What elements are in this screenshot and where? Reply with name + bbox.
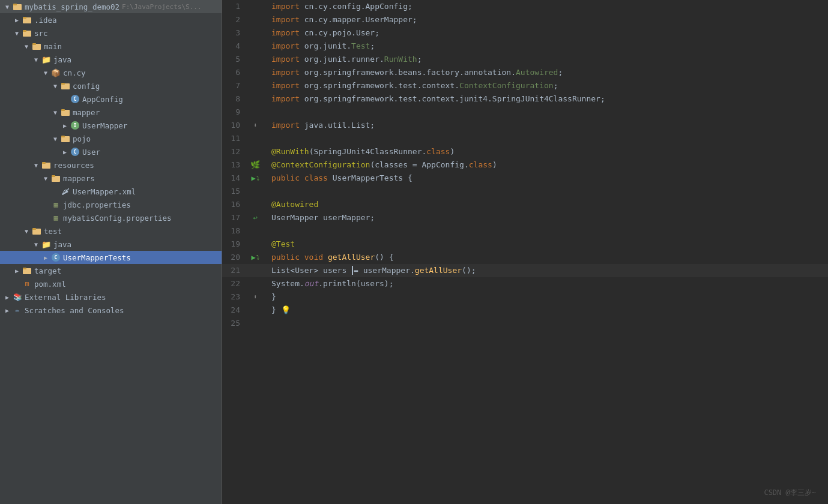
ln-3: 3: [222, 26, 246, 40]
run-gutter-17[interactable]: ↩: [253, 214, 257, 222]
code-area: 1 import cn.cy.config.AppConfig; 2 impor…: [222, 0, 828, 504]
usermappertests-label: UserMapperTests: [63, 253, 131, 262]
java-src-icon: 📁: [41, 55, 52, 64]
arrow-extlibs: ▶: [2, 294, 12, 301]
sidebar-item-mapper[interactable]: ▼ mapper: [0, 106, 222, 119]
ln-14: 14: [222, 172, 246, 185]
sidebar-item-scratches[interactable]: ▶ ✏ Scratches and Consoles: [0, 304, 222, 317]
code-line-4: 4 import org.junit.Test;: [222, 40, 828, 53]
folder-config-icon: [60, 82, 71, 89]
ln-2: 2: [222, 13, 246, 26]
run-gutter-14[interactable]: ▶: [251, 172, 255, 185]
pom-label: pom.xml: [34, 280, 66, 289]
sidebar-item-usermapper[interactable]: ▶ I UserMapper: [0, 119, 222, 132]
pojo-label: pojo: [73, 134, 91, 143]
code-line-25: 25: [222, 317, 828, 330]
code-text-5: import org.junit.runner.RunWith;: [264, 53, 828, 66]
sidebar-item-extlibs[interactable]: ▶ 📚 External Libraries: [0, 290, 222, 304]
mapper-label: mapper: [73, 108, 100, 117]
ln-20: 20: [222, 251, 246, 264]
code-line-21: 21 List<User> users = userMapper.getAllU…: [222, 264, 828, 277]
arrow-user: ▶: [60, 149, 70, 155]
code-line-2: 2 import cn.cy.mapper.UserMapper;: [222, 13, 828, 26]
sidebar-item-src[interactable]: ▼ src: [0, 26, 222, 40]
code-line-6: 6 import org.springframework.beans.facto…: [222, 66, 828, 79]
sidebar-item-pojo[interactable]: ▼ pojo: [0, 132, 222, 145]
props-icon-jdbc: ▦: [50, 200, 61, 209]
code-text-21: List<User> users = userMapper.getAllUser…: [264, 264, 828, 277]
folder-icon-test: [31, 227, 42, 235]
arrow-config: ▼: [50, 83, 60, 89]
arrow-scratches: ▶: [2, 307, 12, 314]
code-text-12: @RunWith(SpringJUnit4ClassRunner.class): [264, 145, 828, 158]
gutter-17[interactable]: ↩: [246, 211, 264, 224]
code-line-15: 15: [222, 185, 828, 198]
ln-10: 10: [222, 119, 246, 132]
folder-mapper-icon: [60, 109, 71, 116]
tree-root[interactable]: ▼ mybatis_spring_demo02 F:\JavaProjects\…: [0, 0, 222, 13]
code-line-9: 9: [222, 106, 828, 119]
class-icon-user: C: [70, 148, 80, 156]
code-text-22: System.out.println(users);: [264, 277, 828, 290]
code-editor: 1 import cn.cy.config.AppConfig; 2 impor…: [222, 0, 828, 504]
mybatis-props-label: mybatisConfig.properties: [63, 214, 172, 223]
class-test-icon: C: [50, 253, 61, 262]
folder-icon-src: [22, 29, 32, 37]
ln-15: 15: [222, 185, 246, 198]
arrow-resources: ▼: [31, 162, 41, 169]
sidebar-item-usermapper-xml[interactable]: 🌶 UserMapper.xml: [0, 185, 222, 198]
ln-17: 17: [222, 211, 246, 224]
usermapper-xml-label: UserMapper.xml: [73, 187, 136, 196]
sidebar-item-main[interactable]: ▼ main: [0, 40, 222, 53]
target-label: target: [34, 266, 61, 275]
tree-arrow-root: ▼: [2, 4, 12, 10]
props-icon-mybatis: ▦: [50, 214, 61, 222]
code-line-13: 13 🌿 @ContextConfiguration(classes = App…: [222, 158, 828, 172]
sidebar-item-jdbc-props[interactable]: ▦ jdbc.properties: [0, 198, 222, 211]
folder-mappers-icon: [50, 175, 61, 182]
usermapper-label: UserMapper: [82, 121, 127, 130]
sidebar-item-pom[interactable]: m pom.xml: [0, 277, 222, 290]
sidebar-item-test[interactable]: ▼ test: [0, 224, 222, 238]
sidebar-item-user[interactable]: ▶ C User: [0, 145, 222, 158]
arrow-cncy: ▼: [41, 70, 50, 76]
sidebar-item-java-main[interactable]: ▼ 📁 java: [0, 53, 222, 66]
sidebar-item-appconfig[interactable]: C AppConfig: [0, 92, 222, 106]
code-line-8: 8 import org.springframework.test.contex…: [222, 92, 828, 106]
arrow-target: ▶: [12, 268, 22, 274]
run-gutter-20[interactable]: ▶: [251, 251, 255, 264]
file-tree[interactable]: ▼ mybatis_spring_demo02 F:\JavaProjects\…: [0, 0, 222, 504]
ln-11: 11: [222, 132, 246, 145]
arrow-main: ▼: [22, 43, 31, 50]
sidebar-item-usermappertests[interactable]: ▶ C UserMapperTests: [0, 251, 222, 264]
code-text-14: public class UserMapperTests {: [264, 172, 828, 185]
svg-rect-7: [32, 43, 36, 45]
spring-gutter-14: ⤵: [256, 172, 259, 185]
sidebar-item-mappers[interactable]: ▼ mappers: [0, 172, 222, 185]
sidebar-item-idea[interactable]: ▶ .idea: [0, 13, 222, 26]
code-line-7: 7 import org.springframework.test.contex…: [222, 79, 828, 92]
pom-icon: m: [22, 280, 32, 288]
sidebar-item-cncy[interactable]: ▼ 📦 cn.cy: [0, 66, 222, 79]
sidebar-item-target[interactable]: ▶ target: [0, 264, 222, 277]
ln-18: 18: [222, 224, 246, 238]
extlibs-icon: 📚: [12, 293, 23, 301]
resources-label: resources: [53, 161, 94, 170]
ln-25: 25: [222, 317, 246, 330]
sidebar-item-resources[interactable]: ▼ resources: [0, 158, 222, 172]
arrow-mapper: ▼: [50, 109, 60, 116]
gutter-20[interactable]: ▶ ⤵: [246, 251, 264, 264]
svg-rect-15: [42, 162, 46, 164]
arrow-test: ▼: [22, 228, 31, 235]
code-line-3: 3 import cn.cy.pojo.User;: [222, 26, 828, 40]
package-icon: 📦: [50, 68, 61, 77]
cncy-label: cn.cy: [63, 68, 86, 77]
arrow-idea: ▶: [12, 17, 22, 23]
sidebar-item-java-test[interactable]: ▼ 📁 java: [0, 238, 222, 251]
code-line-23: 23 ⬆ }: [222, 290, 828, 304]
sidebar-item-mybatis-props[interactable]: ▦ mybatisConfig.properties: [0, 211, 222, 224]
ln-24: 24: [222, 304, 246, 317]
gutter-14[interactable]: ▶ ⤵: [246, 172, 264, 185]
sidebar-item-config[interactable]: ▼ config: [0, 79, 222, 92]
code-line-20: 20 ▶ ⤵ public void getAllUser() {: [222, 251, 828, 264]
